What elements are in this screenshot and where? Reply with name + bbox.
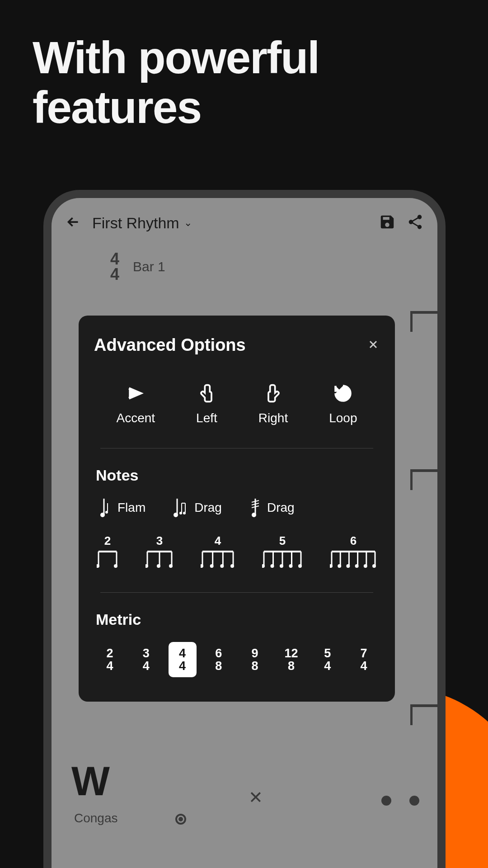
metric-9-8[interactable]: 98 [241, 642, 269, 677]
svg-point-58 [364, 564, 367, 568]
right-hand-tool[interactable]: Right [258, 382, 288, 425]
phone-frame: First Rhythm ⌄ 4 4 Bar 1 [43, 190, 446, 868]
metric-top: 12 [284, 647, 298, 660]
grouping-5[interactable]: 5 [262, 534, 303, 570]
save-icon[interactable] [379, 213, 396, 232]
note-label: Drag [194, 500, 222, 515]
metric-top: 7 [360, 647, 367, 660]
time-signature[interactable]: 4 4 [110, 251, 119, 282]
beam-group-icon [330, 550, 377, 570]
svg-point-47 [298, 564, 302, 568]
marketing-headline: With powerful features [0, 0, 488, 132]
metric-7-4[interactable]: 74 [350, 642, 378, 677]
svg-point-43 [280, 564, 283, 568]
drag-icon [173, 498, 188, 518]
time-sig-bottom: 4 [110, 267, 119, 282]
metric-5-4[interactable]: 54 [314, 642, 342, 677]
metric-12-8[interactable]: 128 [277, 642, 305, 677]
svg-point-45 [289, 564, 293, 568]
note-types-row: Flam Drag Drag [94, 498, 380, 518]
bar-label: Bar 1 [133, 259, 165, 274]
svg-point-60 [372, 564, 376, 568]
svg-point-12 [252, 513, 256, 517]
flam-icon [99, 498, 111, 518]
svg-point-25 [157, 564, 160, 568]
metric-3-4[interactable]: 34 [132, 642, 160, 677]
x-note-icon: ✕ [249, 788, 263, 807]
instrument-label: Congas [74, 811, 118, 826]
project-title[interactable]: First Rhythm ⌄ [92, 214, 192, 232]
notes-section-title: Notes [96, 467, 380, 484]
double-dot-icon [381, 796, 419, 806]
chevron-down-icon: ⌄ [184, 217, 192, 229]
accent-icon [126, 382, 145, 405]
divider [100, 448, 373, 448]
metric-bottom: 8 [252, 660, 258, 672]
grouping-6[interactable]: 6 [330, 534, 377, 570]
background-notation [410, 311, 446, 332]
beam-group-icon [201, 550, 235, 570]
hand-left-icon [197, 382, 216, 405]
groupings-row: 23456 [94, 534, 380, 570]
drag-roll-icon [249, 498, 261, 518]
metric-top: 9 [252, 647, 258, 660]
svg-point-41 [271, 564, 274, 568]
svg-point-20 [114, 564, 117, 568]
metric-bottom: 8 [288, 660, 295, 672]
metric-top: 4 [179, 647, 186, 660]
metric-6-8[interactable]: 68 [205, 642, 233, 677]
accent-tool[interactable]: Accent [117, 382, 155, 425]
hand-right-icon [263, 382, 283, 405]
metric-top: 3 [143, 647, 150, 660]
drag-note-2[interactable]: Drag [249, 498, 295, 518]
metric-bottom: 8 [215, 660, 222, 672]
grouping-label: 5 [279, 534, 286, 548]
metric-top: 2 [106, 647, 113, 660]
share-icon[interactable] [407, 213, 424, 232]
metric-row: 24344468981285474 [94, 642, 380, 677]
metric-2-4[interactable]: 24 [96, 642, 124, 677]
grouping-2[interactable]: 2 [97, 534, 118, 570]
app-header: First Rhythm ⌄ [52, 198, 437, 248]
svg-point-34 [220, 564, 224, 568]
tool-label: Accent [117, 411, 155, 425]
metric-4-4[interactable]: 44 [169, 642, 197, 677]
flam-note[interactable]: Flam [99, 498, 145, 518]
loop-icon [333, 382, 353, 405]
metric-bottom: 4 [179, 660, 186, 672]
grouping-label: 6 [350, 534, 357, 548]
grouping-label: 2 [104, 534, 111, 548]
project-title-text: First Rhythm [92, 214, 179, 232]
svg-point-7 [179, 512, 182, 514]
tool-row: Accent Left Right [94, 382, 380, 425]
svg-point-5 [174, 513, 178, 517]
metric-bottom: 4 [106, 660, 113, 672]
grouping-4[interactable]: 4 [201, 534, 235, 570]
advanced-options-modal: Advanced Options Accent Left [79, 316, 395, 702]
app-screen: First Rhythm ⌄ 4 4 Bar 1 [52, 198, 437, 868]
grouping-3[interactable]: 3 [145, 534, 174, 570]
metric-bottom: 4 [324, 660, 331, 672]
metric-section-title: Metric [96, 611, 380, 628]
bar-info: 4 4 Bar 1 [52, 251, 437, 282]
note-label: Drag [267, 500, 295, 515]
note-label: Flam [117, 500, 145, 515]
svg-point-32 [210, 564, 214, 568]
beam-group-icon [97, 550, 118, 570]
close-button[interactable] [367, 338, 380, 353]
svg-point-3 [105, 511, 108, 514]
metric-bottom: 4 [143, 660, 150, 672]
metric-bottom: 4 [360, 660, 367, 672]
divider [100, 592, 373, 593]
back-icon[interactable] [65, 214, 81, 232]
loop-tool[interactable]: Loop [329, 382, 357, 425]
background-notation [410, 704, 446, 725]
bottom-notation-row: ✕ [151, 769, 446, 815]
drag-note-1[interactable]: Drag [173, 498, 222, 518]
svg-point-56 [355, 564, 359, 568]
svg-point-36 [230, 564, 234, 568]
left-hand-tool[interactable]: Left [196, 382, 217, 425]
beam-group-icon [262, 550, 303, 570]
svg-point-52 [338, 564, 341, 568]
svg-point-1 [100, 513, 105, 517]
